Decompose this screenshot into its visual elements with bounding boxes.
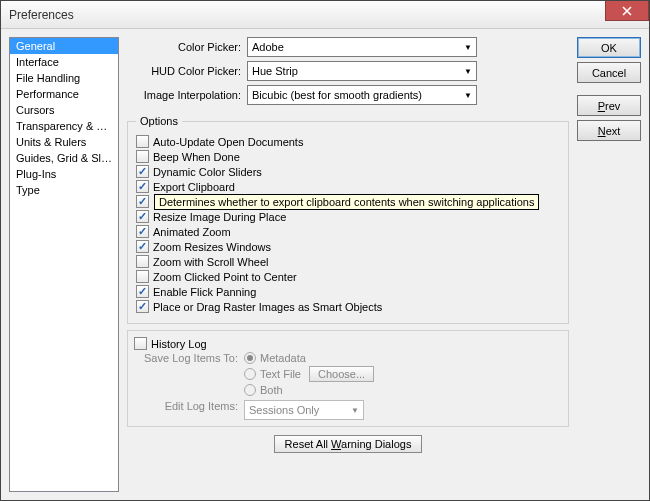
sidebar-item-cursors[interactable]: Cursors	[10, 102, 118, 118]
option-label: Zoom Resizes Windows	[153, 241, 271, 253]
option-checkbox[interactable]	[136, 300, 149, 313]
option-checkbox[interactable]	[136, 210, 149, 223]
option-checkbox[interactable]	[136, 165, 149, 178]
hud-picker-value: Hue Strip	[252, 65, 298, 77]
radio-metadata[interactable]	[244, 352, 256, 364]
radio-metadata-label: Metadata	[260, 352, 306, 364]
reset-warnings-button[interactable]: Reset All Warning Dialogs	[274, 435, 423, 453]
option-label: Auto-Update Open Documents	[153, 136, 303, 148]
cancel-button[interactable]: Cancel	[577, 62, 641, 83]
chevron-down-icon: ▼	[351, 406, 359, 415]
sidebar-item-guides-grid-slices[interactable]: Guides, Grid & Slices	[10, 150, 118, 166]
choose-button[interactable]: Choose...	[309, 366, 374, 382]
option-label: Beep When Done	[153, 151, 240, 163]
sidebar-item-general[interactable]: General	[10, 38, 118, 54]
option-row: Export ClipboardDetermines whether to ex…	[136, 180, 560, 193]
option-label: Place or Drag Raster Images as Smart Obj…	[153, 301, 382, 313]
color-picker-label: Color Picker:	[127, 41, 247, 53]
tooltip: Determines whether to export clipboard c…	[154, 194, 539, 210]
sidebar-item-performance[interactable]: Performance	[10, 86, 118, 102]
preferences-window: Preferences GeneralInterfaceFile Handlin…	[0, 0, 650, 501]
chevron-down-icon: ▼	[464, 67, 472, 76]
options-group: Options Auto-Update Open DocumentsBeep W…	[127, 115, 569, 324]
option-checkbox[interactable]	[136, 135, 149, 148]
option-row: Auto-Update Open Documents	[136, 135, 560, 148]
ok-button[interactable]: OK	[577, 37, 641, 58]
option-row: Place or Drag Raster Images as Smart Obj…	[136, 300, 560, 313]
option-checkbox[interactable]	[136, 285, 149, 298]
hud-picker-label: HUD Color Picker:	[127, 65, 247, 77]
option-label: Zoom with Scroll Wheel	[153, 256, 269, 268]
radio-both[interactable]	[244, 384, 256, 396]
sidebar-item-transparency-gamut[interactable]: Transparency & Gamut	[10, 118, 118, 134]
dialog-body: GeneralInterfaceFile HandlingPerformance…	[1, 29, 649, 500]
option-checkbox[interactable]	[136, 270, 149, 283]
edit-log-label: Edit Log Items:	[134, 400, 244, 420]
option-checkbox[interactable]	[136, 225, 149, 238]
option-row: Zoom Clicked Point to Center	[136, 270, 560, 283]
color-picker-value: Adobe	[252, 41, 284, 53]
center-column: Color Picker: Adobe ▼ HUD Color Picker: …	[127, 37, 569, 492]
hud-picker-combo[interactable]: Hue Strip ▼	[247, 61, 477, 81]
prev-button[interactable]: Prev	[577, 95, 641, 116]
radio-textfile-label: Text File	[260, 368, 301, 380]
sidebar-item-plug-ins[interactable]: Plug-Ins	[10, 166, 118, 182]
history-log-checkbox[interactable]	[134, 337, 147, 350]
radio-textfile[interactable]	[244, 368, 256, 380]
option-row: Zoom with Scroll Wheel	[136, 255, 560, 268]
history-log-label: History Log	[151, 338, 207, 350]
option-checkbox[interactable]	[136, 180, 149, 193]
option-label: Animated Zoom	[153, 226, 231, 238]
sidebar-item-units-rulers[interactable]: Units & Rulers	[10, 134, 118, 150]
titlebar[interactable]: Preferences	[1, 1, 649, 29]
next-button[interactable]: Next	[577, 120, 641, 141]
option-label: Resize Image During Place	[153, 211, 286, 223]
chevron-down-icon: ▼	[464, 91, 472, 100]
interp-combo[interactable]: Bicubic (best for smooth gradients) ▼	[247, 85, 477, 105]
chevron-down-icon: ▼	[464, 43, 472, 52]
close-button[interactable]	[605, 1, 649, 21]
sidebar-item-type[interactable]: Type	[10, 182, 118, 198]
option-row: Zoom Resizes Windows	[136, 240, 560, 253]
option-checkbox[interactable]	[136, 195, 149, 208]
main-area: Color Picker: Adobe ▼ HUD Color Picker: …	[127, 37, 641, 492]
option-checkbox[interactable]	[136, 240, 149, 253]
edit-log-combo[interactable]: Sessions Only ▼	[244, 400, 364, 420]
interp-label: Image Interpolation:	[127, 89, 247, 101]
interp-value: Bicubic (best for smooth gradients)	[252, 89, 422, 101]
category-sidebar[interactable]: GeneralInterfaceFile HandlingPerformance…	[9, 37, 119, 492]
option-row: Resize Image During Place	[136, 210, 560, 223]
option-label: Enable Flick Panning	[153, 286, 256, 298]
option-row: Dynamic Color Sliders	[136, 165, 560, 178]
options-legend: Options	[136, 115, 182, 127]
save-log-label: Save Log Items To:	[134, 352, 244, 398]
option-label: Zoom Clicked Point to Center	[153, 271, 297, 283]
window-title: Preferences	[5, 8, 74, 22]
dialog-buttons: OK Cancel Prev Next	[577, 37, 641, 492]
close-icon	[622, 6, 632, 16]
option-row: Animated Zoom	[136, 225, 560, 238]
radio-both-label: Both	[260, 384, 283, 396]
history-log-group: History Log Save Log Items To: Metadata …	[127, 330, 569, 427]
sidebar-item-file-handling[interactable]: File Handling	[10, 70, 118, 86]
option-label: Export Clipboard	[153, 181, 235, 193]
sidebar-item-interface[interactable]: Interface	[10, 54, 118, 70]
color-picker-combo[interactable]: Adobe ▼	[247, 37, 477, 57]
option-row: Enable Flick Panning	[136, 285, 560, 298]
option-checkbox[interactable]	[136, 255, 149, 268]
option-row: Beep When Done	[136, 150, 560, 163]
option-label: Dynamic Color Sliders	[153, 166, 262, 178]
option-checkbox[interactable]	[136, 150, 149, 163]
edit-log-value: Sessions Only	[249, 404, 319, 416]
